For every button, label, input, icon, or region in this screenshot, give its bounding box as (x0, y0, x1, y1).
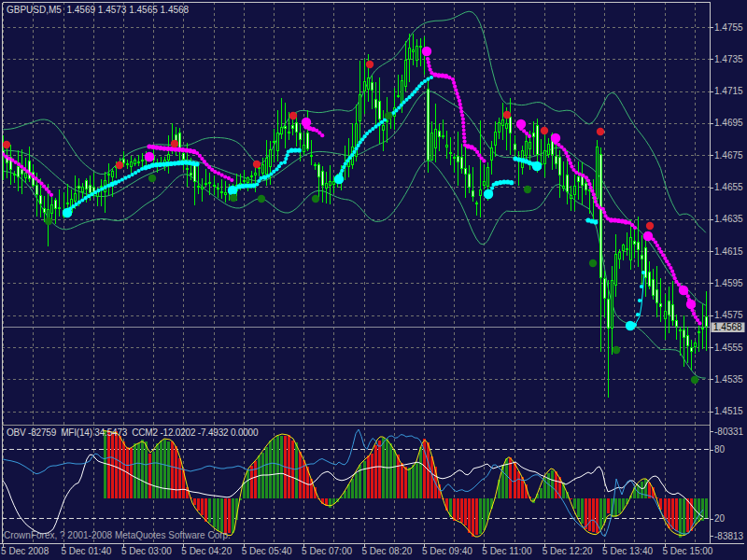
svg-text:1.4535: 1.4535 (714, 374, 743, 385)
svg-text:GBPUSD,M5 1.4569 1.4573 1.456: GBPUSD,M5 1.4569 1.4573 1.4565 1.4568 (7, 5, 190, 15)
svg-text:1.4655: 1.4655 (714, 182, 743, 192)
svg-text:5 Dec 12:20: 5 Dec 12:20 (543, 546, 593, 556)
svg-text:5 Dec 2008: 5 Dec 2008 (1, 546, 49, 556)
svg-text:5 Dec 03:00: 5 Dec 03:00 (121, 546, 172, 556)
svg-text:CrownForex, ? 2001-2008 MetaQu: CrownForex, ? 2001-2008 MetaQuotes Softw… (4, 530, 231, 540)
svg-text:5 Dec 11:00: 5 Dec 11:00 (482, 546, 532, 556)
svg-text:1.4695: 1.4695 (714, 118, 743, 128)
svg-text:5 Dec 05:40: 5 Dec 05:40 (242, 546, 292, 556)
svg-text:1.4755: 1.4755 (714, 22, 743, 33)
svg-text:5 Dec 13:40: 5 Dec 13:40 (602, 546, 653, 556)
svg-text:OBV -82759 MFI(14) 34.5473 C: OBV -82759 MFI(14) 34.5473 CCM2 -12.0202… (7, 427, 259, 438)
svg-text:-83813: -83813 (714, 531, 744, 541)
svg-text:1.4568: 1.4568 (713, 322, 742, 332)
svg-text:5 Dec 09:40: 5 Dec 09:40 (422, 546, 472, 556)
svg-text:5 Dec 08:20: 5 Dec 08:20 (362, 546, 413, 556)
svg-text:5 Dec 07:00: 5 Dec 07:00 (302, 546, 352, 556)
svg-text:1.4615: 1.4615 (714, 246, 743, 257)
svg-text:1.4595: 1.4595 (714, 278, 743, 288)
svg-text:1.4735: 1.4735 (714, 54, 743, 64)
svg-text:1.4515: 1.4515 (714, 406, 743, 416)
svg-text:5 Dec 15:00: 5 Dec 15:00 (663, 546, 713, 556)
svg-text:80: 80 (714, 444, 726, 455)
svg-text:20: 20 (714, 513, 726, 524)
svg-text:1.4575: 1.4575 (714, 310, 743, 320)
svg-text:1.4715: 1.4715 (714, 86, 743, 96)
svg-text:1.4555: 1.4555 (714, 343, 743, 353)
svg-text:5 Dec 04:20: 5 Dec 04:20 (181, 546, 232, 556)
svg-text:1.4635: 1.4635 (714, 214, 743, 224)
svg-text:1.4675: 1.4675 (714, 150, 743, 161)
svg-text:-80331: -80331 (714, 427, 744, 437)
svg-text:5 Dec 01:40: 5 Dec 01:40 (62, 546, 112, 556)
